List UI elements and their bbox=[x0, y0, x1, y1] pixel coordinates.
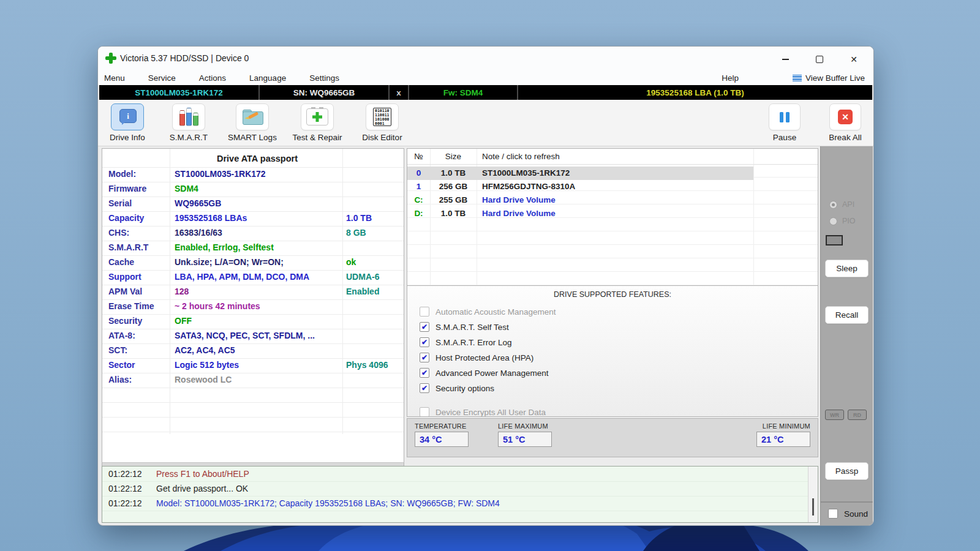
right-sidebar: API PIO Sleep Recall WR RD Passp Sound H… bbox=[820, 146, 873, 525]
toolbar: i Drive Info S.M.A.R.T SMART Logs Test &… bbox=[98, 100, 873, 146]
pause-label: Pause bbox=[773, 133, 796, 142]
feature-hpa: ✔Host Protected Area (HPA) bbox=[420, 351, 533, 364]
drive-features-panel: DRIVE SUPPORTED FEATURES: Automatic Acou… bbox=[407, 285, 818, 417]
minimize-icon bbox=[782, 59, 789, 60]
log-scrollbar-thumb[interactable] bbox=[812, 498, 814, 515]
feature-acoustic-management: Automatic Acoustic Management bbox=[420, 305, 556, 318]
passport-row: Model:ST1000LM035-1RK172 bbox=[102, 167, 404, 182]
life-maximum-value: 51 °C bbox=[498, 432, 552, 447]
menu-item-actions[interactable]: Actions bbox=[190, 73, 235, 83]
device-model[interactable]: ST1000LM035-1RK172 bbox=[99, 85, 260, 100]
drive-list-panel: № Size Note / click to refresh 0 1.0 TB … bbox=[407, 148, 818, 287]
sleep-button[interactable]: Sleep bbox=[825, 260, 869, 277]
recall-button[interactable]: Recall bbox=[825, 306, 869, 324]
wr-button[interactable]: WR bbox=[825, 410, 844, 420]
close-button[interactable]: ✕ bbox=[840, 51, 867, 67]
buffer-lines-icon bbox=[793, 75, 802, 82]
tab-drive-info[interactable]: i Drive Info bbox=[98, 103, 157, 142]
temperature-value: 34 °C bbox=[415, 432, 469, 447]
pio-radio[interactable]: PIO bbox=[829, 217, 856, 225]
disk-editor-icon: 0101101100111010000001 bbox=[366, 103, 399, 130]
break-all-label: Break All bbox=[829, 133, 861, 142]
feature-security-options: ✔Security options bbox=[420, 382, 494, 394]
close-icon: ✕ bbox=[850, 55, 858, 64]
title-bar[interactable]: Victoria 5.37 HDD/SSD | Device 0 ✕ bbox=[98, 47, 873, 71]
log-entry: 01:22:12 Model: ST1000LM035-1RK172; Capa… bbox=[102, 496, 808, 511]
device-x-marker[interactable]: x bbox=[390, 85, 409, 100]
drive-info-icon: i bbox=[111, 103, 144, 130]
checkbox-checked[interactable]: ✔ bbox=[420, 337, 429, 347]
minimize-button[interactable] bbox=[772, 51, 799, 67]
tab-smart-logs[interactable]: SMART Logs bbox=[223, 103, 282, 142]
drive-row-1[interactable]: 1 256 GB HFM256GDJTNG-8310A bbox=[407, 180, 818, 193]
passp-button[interactable]: Passp bbox=[825, 462, 869, 480]
checkbox-checked[interactable]: ✔ bbox=[420, 383, 429, 393]
menu-bar: Menu Service Actions Language Settings H… bbox=[98, 71, 873, 85]
radio-selected-icon bbox=[829, 201, 837, 209]
menu-item-language[interactable]: Language bbox=[241, 73, 295, 83]
sidebar-divider bbox=[821, 501, 873, 503]
log-panel: 01:22:12 Press F1 to About/HELP 01:22:12… bbox=[102, 466, 818, 523]
device-lba-capacity: 1953525168 LBA (1.0 TB) bbox=[518, 85, 872, 100]
passport-row: CacheUnk.size; L/A=ON; Wr=ON;ok bbox=[102, 255, 404, 271]
menu-item-settings[interactable]: Settings bbox=[301, 73, 348, 83]
feature-device-encrypts: Device Encrypts All User Data bbox=[420, 406, 546, 417]
log-entry: 01:22:12 Get drive passport... OK bbox=[102, 481, 808, 497]
life-minimum-group: LIFE MINIMUM 21 °C bbox=[756, 422, 810, 447]
feature-apm: ✔Advanced Power Management bbox=[420, 367, 549, 379]
menu-item-help[interactable]: Help bbox=[713, 73, 747, 83]
passport-row: SCT:AC2, AC4, AC5 bbox=[102, 343, 404, 359]
life-minimum-value: 21 °C bbox=[756, 432, 810, 447]
break-all-button[interactable]: ✕ Break All bbox=[821, 103, 870, 142]
feature-smart-error-log: ✔S.M.A.R.T. Error Log bbox=[420, 336, 512, 348]
smart-label: S.M.A.R.T bbox=[170, 133, 208, 142]
api-radio[interactable]: API bbox=[829, 200, 854, 209]
radio-unselected-icon bbox=[829, 217, 837, 225]
checkbox-unchecked[interactable] bbox=[420, 407, 429, 417]
drive-row-d[interactable]: D: 1.0 TB Hard Drive Volume bbox=[407, 207, 818, 220]
activity-led bbox=[826, 235, 843, 246]
passport-row: Alias:Rosewood LC bbox=[102, 373, 404, 388]
tab-disk-editor[interactable]: 0101101100111010000001 Disk Editor bbox=[353, 103, 412, 142]
passport-row: SectorLogic 512 bytesPhys 4096 bbox=[102, 358, 404, 373]
temperature-group: TEMPERATURE 34 °C bbox=[415, 422, 469, 447]
checkbox-unchecked[interactable] bbox=[420, 307, 429, 317]
features-title: DRIVE SUPPORTED FEATURES: bbox=[407, 290, 818, 299]
temperature-strip: TEMPERATURE 34 °C LIFE MAXIMUM 51 °C LIF… bbox=[407, 418, 818, 457]
maximize-button[interactable] bbox=[806, 51, 833, 67]
checkbox-checked[interactable]: ✔ bbox=[420, 368, 429, 378]
rd-button[interactable]: RD bbox=[848, 410, 867, 420]
life-maximum-group: LIFE MAXIMUM 51 °C bbox=[498, 422, 552, 447]
device-serial[interactable]: SN: WQ9665GB bbox=[260, 85, 390, 100]
sound-checkbox[interactable]: Sound bbox=[828, 509, 868, 519]
passport-row: S.M.A.R.TEnabled, Errlog, Selftest bbox=[102, 241, 404, 256]
menu-item-service[interactable]: Service bbox=[140, 73, 184, 83]
checkbox-checked[interactable]: ✔ bbox=[420, 353, 429, 362]
pause-button[interactable]: Pause bbox=[763, 103, 806, 142]
passport-empty-row bbox=[102, 388, 404, 403]
menu-item-menu[interactable]: Menu bbox=[98, 73, 134, 83]
log-scrollbar[interactable] bbox=[808, 467, 818, 522]
passport-row: FirmwareSDM4 bbox=[102, 182, 404, 197]
disk-editor-label: Disk Editor bbox=[362, 133, 402, 142]
passport-row: SecurityOFF bbox=[102, 314, 404, 329]
passport-empty-row bbox=[102, 417, 404, 432]
view-buffer-live-button[interactable]: View Buffer Live bbox=[793, 73, 865, 83]
passport-row: CHS:16383/16/638 GB bbox=[102, 226, 404, 241]
smart-logs-label: SMART Logs bbox=[228, 133, 277, 142]
app-icon bbox=[105, 53, 116, 64]
device-firmware[interactable]: Fw: SDM4 bbox=[409, 85, 518, 100]
passport-title: Drive ATA passport bbox=[175, 154, 340, 163]
passport-row: Erase Time~ 2 hours 42 minutes bbox=[102, 299, 404, 315]
checkbox-checked[interactable]: ✔ bbox=[420, 322, 429, 332]
drive-info-label: Drive Info bbox=[110, 133, 145, 142]
drive-row-0[interactable]: 0 1.0 TB ST1000LM035-1RK172 bbox=[407, 167, 753, 180]
smart-icon bbox=[172, 103, 205, 130]
smart-logs-icon bbox=[236, 103, 269, 130]
drive-list-header: № Size Note / click to refresh bbox=[407, 149, 818, 165]
drive-row-c[interactable]: C: 255 GB Hard Drive Volume bbox=[407, 193, 818, 207]
passport-row: SerialWQ9665GB bbox=[102, 197, 404, 212]
feature-smart-self-test: ✔S.M.A.R.T. Self Test bbox=[420, 321, 509, 333]
tab-smart[interactable]: S.M.A.R.T bbox=[159, 103, 218, 142]
tab-test-repair[interactable]: Test & Repair bbox=[288, 103, 347, 142]
